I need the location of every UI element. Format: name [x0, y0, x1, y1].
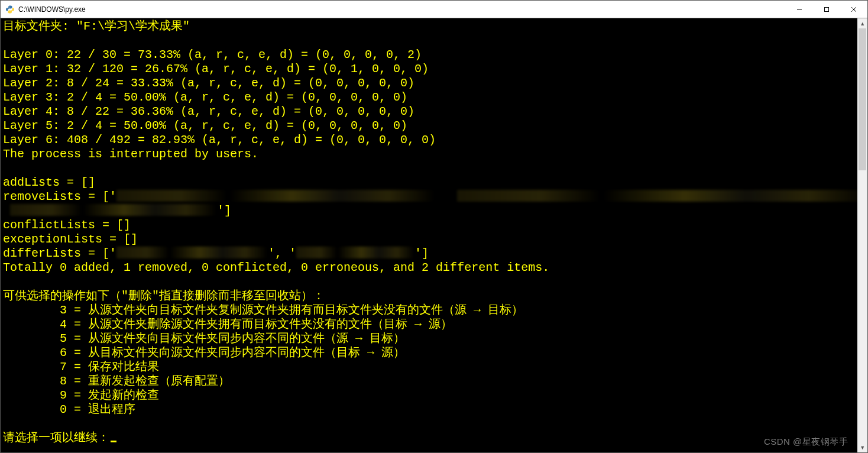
menu-item: 9 = 发起新的检查 [3, 389, 159, 402]
svg-rect-1 [825, 7, 829, 11]
client-area: 目标文件夹: "F:\学习\学术成果" Layer 0: 22 / 30 = 7… [1, 18, 867, 452]
scroll-up-button[interactable]: ▲ [857, 18, 867, 28]
app-window: C:\WINDOWS\py.exe 目标文件夹: "F:\学习\学术成果" La… [0, 0, 868, 453]
scroll-down-button[interactable]: ▼ [857, 442, 867, 452]
redacted-text [296, 247, 414, 258]
layer-line: Layer 0: 22 / 30 = 73.33% (a, r, c, e, d… [3, 48, 422, 62]
menu-title: 可供选择的操作如下（"删除"指直接删除而非移至回收站）： [3, 289, 325, 303]
python-icon [5, 5, 15, 14]
vertical-scrollbar[interactable]: ▲ ▼ [857, 18, 867, 452]
layer-line: Layer 1: 32 / 120 = 26.67% (a, r, c, e, … [3, 62, 429, 76]
interrupt-line: The process is interrupted by users. [3, 147, 258, 161]
summary-line: Totally 0 added, 1 removed, 0 conflicted… [3, 261, 549, 274]
redacted-text [457, 190, 857, 202]
scroll-thumb[interactable] [859, 28, 866, 170]
redacted-text [10, 204, 217, 216]
close-button[interactable] [840, 1, 867, 18]
target-folder-line: 目标文件夹: "F:\学习\学术成果" [3, 20, 190, 33]
layer-line: Layer 5: 2 / 4 = 50.00% (a, r, c, e, d) … [3, 119, 407, 132]
menu-item: 7 = 保存对比结果 [3, 360, 159, 374]
differlists-line: differLists = ['', ''] [3, 247, 429, 260]
removelists-line: removeLists = [' [3, 190, 857, 203]
exceptionlists-line: exceptionLists = [] [3, 232, 138, 246]
terminal-output[interactable]: 目标文件夹: "F:\学习\学术成果" Layer 0: 22 / 30 = 7… [1, 18, 857, 452]
layer-line: Layer 2: 8 / 24 = 33.33% (a, r, c, e, d)… [3, 76, 414, 90]
removelists-cont: '] [3, 204, 231, 218]
maximize-button[interactable] [813, 1, 840, 18]
layer-line: Layer 4: 8 / 22 = 36.36% (a, r, c, e, d)… [3, 105, 414, 118]
menu-item: 4 = 从源文件夹删除源文件夹拥有而目标文件夹没有的文件（目标 → 源） [3, 318, 452, 331]
menu-item: 0 = 退出程序 [3, 403, 135, 416]
redacted-text [116, 190, 436, 202]
menu-item: 3 = 从源文件夹向目标文件夹复制源文件夹拥有而目标文件夹没有的文件（源 → 目… [3, 303, 523, 317]
scroll-track[interactable] [857, 28, 867, 442]
conflictlists-line: conflictLists = [] [3, 218, 131, 232]
menu-item: 8 = 重新发起检查（原有配置） [3, 374, 230, 388]
layer-line: Layer 6: 408 / 492 = 82.93% (a, r, c, e,… [3, 133, 436, 147]
menu-item: 6 = 从目标文件夹向源文件夹同步内容不同的文件（目标 → 源） [3, 346, 405, 360]
titlebar[interactable]: C:\WINDOWS\py.exe [1, 1, 867, 18]
cursor [111, 441, 116, 442]
prompt-line: 请选择一项以继续： [3, 431, 116, 445]
window-title: C:\WINDOWS\py.exe [18, 5, 86, 14]
minimize-button[interactable] [786, 1, 813, 18]
watermark: CSDN @星夜钢琴手 [764, 435, 848, 449]
layer-line: Layer 3: 2 / 4 = 50.00% (a, r, c, e, d) … [3, 90, 407, 104]
addlists-line: addLists = [] [3, 176, 95, 189]
redacted-text [116, 247, 268, 258]
menu-item: 5 = 从源文件夹向目标文件夹同步内容不同的文件（源 → 目标） [3, 332, 405, 345]
